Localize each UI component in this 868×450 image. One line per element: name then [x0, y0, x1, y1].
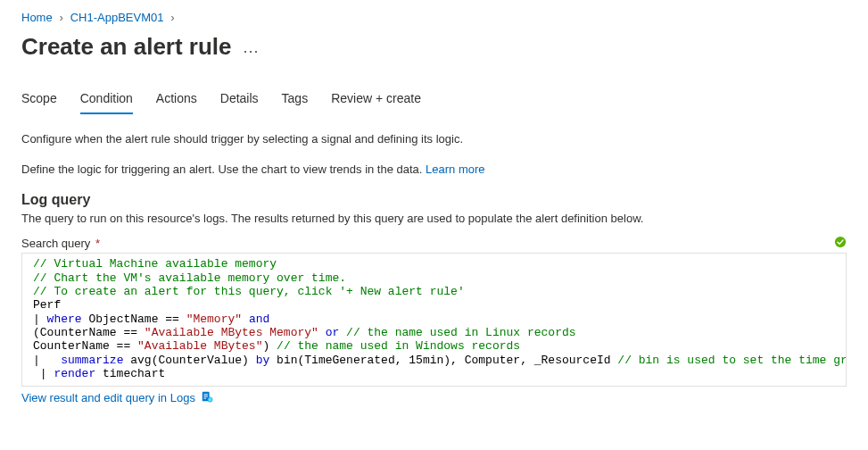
tab-review-create[interactable]: Review + create	[331, 91, 421, 114]
svg-point-0	[835, 237, 846, 247]
page-title: Create an alert rule	[21, 33, 232, 61]
breadcrumb: Home › CH1-AppBEVM01 ›	[21, 7, 847, 28]
view-in-logs-link[interactable]: View result and edit query in Logs	[21, 391, 195, 404]
required-star-icon: *	[92, 237, 100, 250]
validation-ok-icon	[834, 236, 847, 251]
search-query-label-row: Search query *	[21, 236, 847, 251]
logs-icon	[201, 390, 213, 405]
tab-details[interactable]: Details	[220, 91, 259, 114]
log-query-heading: Log query	[21, 192, 847, 208]
tab-tags[interactable]: Tags	[282, 91, 309, 114]
log-query-subtext: The query to run on this resource's logs…	[21, 212, 847, 225]
learn-more-link[interactable]: Learn more	[426, 162, 484, 176]
page-title-row: Create an alert rule ⋯	[21, 33, 847, 61]
chevron-right-icon: ›	[170, 12, 174, 24]
breadcrumb-home[interactable]: Home	[21, 11, 53, 24]
more-icon[interactable]: ⋯	[243, 41, 259, 61]
view-in-logs-row: View result and edit query in Logs	[21, 390, 847, 405]
svg-rect-2	[203, 395, 207, 396]
chevron-right-icon: ›	[60, 12, 63, 24]
define-text: Define the logic for triggering an alert…	[21, 162, 426, 176]
tab-bar: Scope Condition Actions Details Tags Rev…	[21, 91, 847, 115]
tab-condition[interactable]: Condition	[80, 91, 133, 114]
svg-point-5	[208, 397, 212, 402]
configure-text: Configure when the alert rule should tri…	[21, 131, 847, 147]
svg-rect-4	[203, 398, 206, 399]
breadcrumb-resource[interactable]: CH1-AppBEVM01	[70, 11, 164, 24]
define-text-row: Define the logic for triggering an alert…	[21, 162, 847, 178]
svg-rect-3	[203, 396, 207, 397]
search-query-editor[interactable]: // Virtual Machine available memory // C…	[21, 253, 847, 387]
search-query-label: Search query *	[21, 237, 100, 250]
tab-actions[interactable]: Actions	[156, 91, 197, 114]
tab-scope[interactable]: Scope	[21, 91, 57, 114]
